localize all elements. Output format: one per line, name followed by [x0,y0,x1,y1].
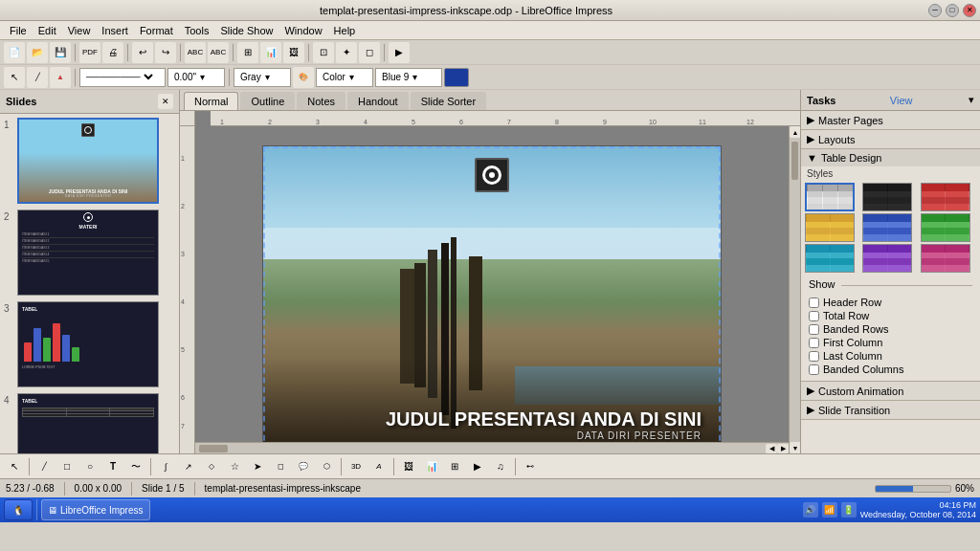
export-pdf-button[interactable]: PDF [79,42,100,63]
slide-image-3[interactable]: TABEL LOREM IPSUM TEXT [17,301,159,387]
blue9-color-button[interactable] [444,68,469,87]
autocorrect-button[interactable]: ABC [208,42,229,63]
maximize-button[interactable]: □ [946,4,959,17]
insert-image-button[interactable]: 🖼 [283,42,304,63]
tasks-section-slide-transition[interactable]: ▶ Slide Transition [801,401,980,420]
table-style-4[interactable] [805,213,855,242]
tasks-view-link[interactable]: View [890,95,913,106]
banded-rows-checkbox[interactable] [809,324,819,335]
last-column-checkbox[interactable] [809,351,819,362]
new-button[interactable]: 📄 [4,42,25,63]
draw-ellipse-button[interactable]: ○ [79,456,100,477]
draw-extrusion-button[interactable]: 3D [345,456,367,477]
tab-notes[interactable]: Notes [297,92,345,110]
table-style-2[interactable] [862,183,912,211]
draw-select-button[interactable]: ↖ [4,456,25,477]
layouts-header[interactable]: ▶ Layouts [801,130,980,148]
menu-slideshow[interactable]: Slide Show [214,23,278,38]
line-style-select[interactable]: ──────── [82,71,156,83]
tab-outline[interactable]: Outline [240,92,295,110]
canvas-h-scrollbar[interactable]: ◀ ▶ [195,442,789,453]
total-row-checkbox[interactable] [809,311,819,321]
table-design-header[interactable]: ▼ Table Design [801,149,980,166]
color-mode-dropdown[interactable]: Gray ▾ [234,68,291,87]
menu-format[interactable]: Format [134,23,179,38]
master-pages-header[interactable]: ▶ Master Pages [801,111,980,129]
banded-columns-checkbox[interactable] [809,364,819,375]
draw-block-arrows-button[interactable]: ➤ [247,456,268,477]
insert-chart-button[interactable]: 📊 [260,42,281,63]
draw-basic-shapes-button[interactable]: ◇ [201,456,222,477]
v-scrollbar[interactable]: ▲ ▼ [789,126,800,453]
draw-insert-sound-button[interactable]: ♫ [490,456,511,477]
menu-window[interactable]: Window [278,23,327,38]
save-button[interactable]: 💾 [50,42,71,63]
v-scroll-down[interactable]: ▼ [790,442,800,453]
color-type-dropdown[interactable]: Color ▾ [316,68,373,87]
view-grid-button[interactable]: ⊡ [313,42,334,63]
header-row-checkbox[interactable] [809,298,819,308]
fill-color-button[interactable]: ▲ [50,67,71,88]
draw-insert-movie-button[interactable]: ▶ [467,456,488,477]
print-button[interactable]: 🖨 [102,42,123,63]
table-style-9[interactable] [921,244,970,273]
slides-close-button[interactable]: ✕ [158,94,173,109]
menu-help[interactable]: Help [328,23,362,38]
tab-normal[interactable]: Normal [184,92,238,110]
draw-curves-button[interactable]: ∫ [155,456,176,477]
draw-insert-table-button[interactable]: ⊞ [444,456,465,477]
line-width-dropdown[interactable]: 0.00" ▾ [167,68,225,87]
color-name-dropdown[interactable]: Blue 9 ▾ [375,68,442,87]
tab-handout[interactable]: Handout [347,92,409,110]
close-button[interactable]: ✕ [963,4,976,17]
draw-toggle-button[interactable]: ⊷ [520,456,541,477]
draw-rect-button[interactable]: □ [56,456,78,477]
draw-line-button[interactable]: ╱ [33,456,55,477]
line-style-dropdown[interactable]: ──────── [79,68,166,87]
draw-freehand-button[interactable]: 〜 [125,456,146,477]
open-button[interactable]: 📂 [27,42,48,63]
presentation-button[interactable]: ▶ [389,42,410,63]
slide-thumb-2[interactable]: 2 MATERI ITEM NAVIGASI 1 ITEM NAVIGASI 2… [4,209,175,296]
slide-canvas[interactable]: JUDUL PRESENTASI ANDA DI SINI DATA DIRI … [195,126,789,442]
h-scroll-left[interactable]: ◀ [766,444,777,453]
draw-connector-button[interactable]: ↗ [178,456,199,477]
draw-fontwork-button[interactable]: A [368,456,390,477]
snap-button[interactable]: ✦ [336,42,357,63]
zoom-slider[interactable] [875,485,951,493]
menu-tools[interactable]: Tools [179,23,215,38]
draw-symbol-shapes-button[interactable]: ☆ [224,456,245,477]
table-style-1[interactable] [805,183,855,211]
draw-insert-image-button[interactable]: 🖼 [398,456,419,477]
menu-edit[interactable]: Edit [33,23,62,38]
line-button[interactable]: ╱ [27,67,48,88]
h-scroll-thumb[interactable] [199,445,228,452]
slide-image-2[interactable]: MATERI ITEM NAVIGASI 1 ITEM NAVIGASI 2 I… [17,209,159,296]
spell-check-button[interactable]: ABC [185,42,206,63]
insert-shape-button[interactable]: ◻ [359,42,380,63]
menu-insert[interactable]: Insert [96,23,134,38]
insert-table-button[interactable]: ⊞ [237,42,258,63]
h-scroll-right[interactable]: ▶ [777,444,789,453]
draw-callouts-button[interactable]: 💬 [293,456,314,477]
undo-button[interactable]: ↩ [132,42,153,63]
table-style-6[interactable] [921,213,970,242]
table-style-5[interactable] [862,213,912,242]
v-scroll-track[interactable] [790,138,800,442]
redo-button[interactable]: ↪ [155,42,176,63]
slide-thumb-1[interactable]: 1 JUDUL PRESENTASI ANDA DI SINI DATA DIR… [4,118,175,204]
v-scroll-up[interactable]: ▲ [790,126,800,138]
table-style-7[interactable] [805,244,855,273]
start-button[interactable]: 🐧 [4,499,33,520]
table-style-3[interactable] [921,183,970,211]
menu-view[interactable]: View [62,23,97,38]
menu-file[interactable]: File [4,23,33,38]
slide-thumb-3[interactable]: 3 TABEL LOREM IPSUM TEXT [4,301,175,387]
draw-text-button[interactable]: T [102,456,123,477]
slide-image-4[interactable]: TABEL [17,393,159,453]
table-style-8[interactable] [862,244,912,273]
tab-slide-sorter[interactable]: Slide Sorter [411,92,486,110]
draw-insert-chart-button[interactable]: 📊 [421,456,442,477]
slide-thumb-4[interactable]: 4 TABEL [4,393,175,453]
minimize-button[interactable]: ─ [928,4,942,17]
